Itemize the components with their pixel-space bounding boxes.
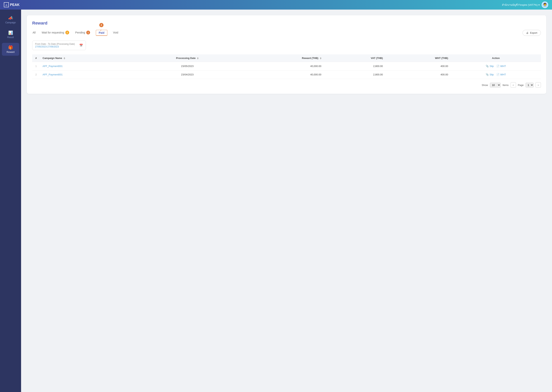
campaign-link[interactable]: AFF_Payment001 [43,73,63,76]
show-label: Show [482,84,488,86]
logo: △ PEAK [4,2,20,7]
col-vat-thb: VAT (THB) [324,54,386,62]
tab-wait-label: Wait for requesting [42,31,64,34]
page-select[interactable]: 1 2 3 [526,83,534,87]
slip-link[interactable]: 📎 Slip [486,65,494,68]
company-selector[interactable]: สำนักงานบัญชี Finspire (VAT7%) ▾ [502,3,540,7]
logo-text: PEAK [10,3,20,7]
sidebar-item-result[interactable]: 📊 Result [2,28,19,41]
col-num: # [32,54,40,62]
content-area: Reward All Wait for requesting 2 Pending… [21,10,552,392]
tab-void-label: Void [113,31,118,34]
tab-pending-label: Pending [75,31,85,34]
reward-icon: 🎁 [8,45,13,50]
tab-pending-badge: 1 [86,31,90,35]
cell-proc-date: 23/05/2023 [138,62,237,70]
cell-reward-thb: 40,000.00 [237,62,324,70]
topnav-right: สำนักงานบัญชี Finspire (VAT7%) ▾ 🧑‍💼 [502,1,548,8]
sidebar-item-reward[interactable]: 🎁 Reward [2,43,19,56]
col-wht-thb: WHT (THB) [386,54,451,62]
cell-num: 2 [32,70,40,79]
slip-icon: 📎 [486,65,489,68]
annotation-badge: 2 [99,23,103,27]
cell-vat-thb: 2,800.00 [324,62,386,70]
page-label: Page [518,84,524,86]
col-proc-date-label: Processing Date [176,57,196,60]
export-label: Export [530,31,537,34]
main-card: Reward All Wait for requesting 2 Pending… [27,15,546,94]
cell-action: 📎 Slip 📄 WHT [451,70,541,79]
table-header-row: # Campaign Name Processing Date [32,54,541,62]
reward-table: # Campaign Name Processing Date [32,54,541,79]
logo-box: △ [4,2,9,7]
table-row: 1 AFF_Payment001 23/05/2023 40,000.00 2,… [32,62,541,70]
col-campaign-name-label: Campaign Name [43,57,62,60]
calendar-icon: 📅 [79,44,83,47]
sidebar: 📣 Campaign 📊 Result 🎁 Reward [0,10,21,392]
page-title: Reward [32,21,541,26]
next-page-button[interactable]: › [536,82,541,88]
campaign-icon: 📣 [8,16,13,20]
col-reward-label: Reward (THB) [302,57,318,60]
avatar[interactable]: 🧑‍💼 [542,1,548,8]
cell-campaign-name[interactable]: AFF_Payment001 [40,70,138,79]
export-area: 🖨 Export [523,30,541,36]
items-label: Items [502,84,509,86]
slip-icon: 📎 [486,73,489,76]
table-row: 2 AFF_Payment001 23/04/2023 40,000.00 2,… [32,70,541,79]
tab-all-label: All [33,31,36,34]
proc-date-sort-icon[interactable] [197,57,199,59]
tab-pending[interactable]: Pending 1 [75,29,90,36]
campaign-sort-icon[interactable] [64,57,65,59]
sidebar-item-label: Reward [7,51,14,53]
date-filter-value: 27/05/2023-27/06/2023 [35,45,75,48]
cell-campaign-name[interactable]: AFF_Payment001 [40,62,138,70]
tab-paid-wrapper: 2 ↓ Paid [96,30,107,36]
sidebar-item-campaign[interactable]: 📣 Campaign [2,14,19,26]
wht-link[interactable]: 📄 WHT [496,73,506,76]
cell-wht-thb: 400.00 [386,70,451,79]
cell-proc-date: 23/04/2023 [138,70,237,79]
sidebar-item-label: Result [7,36,14,39]
tab-all[interactable]: All [32,30,36,35]
col-proc-date: Processing Date [138,54,237,62]
topnav: △ PEAK สำนักงานบัญชี Finspire (VAT7%) ▾ … [0,0,552,10]
tab-wait-for-requesting[interactable]: Wait for requesting 2 [41,29,70,36]
date-filter[interactable]: From Date - To Date (Processing Date) 27… [32,41,86,50]
sidebar-item-label: Campaign [5,21,16,24]
cell-action: 📎 Slip 📄 WHT [451,62,541,70]
show-select[interactable]: 10 25 50 100 [490,83,501,87]
tab-wait-badge: 2 [65,31,69,35]
tab-void[interactable]: Void [113,30,119,35]
col-action: Action [451,54,541,62]
pagination-row: Show 10 25 50 100 Items ‹ Page 1 2 3 › [32,82,541,88]
col-reward-thb: Reward (THB) [237,54,324,62]
reward-sort-icon[interactable] [320,57,321,59]
cell-wht-thb: 400.00 [386,62,451,70]
cell-vat-thb: 2,800.00 [324,70,386,79]
cell-num: 1 [32,62,40,70]
wht-link[interactable]: 📄 WHT [496,65,506,68]
export-button[interactable]: 🖨 Export [523,30,541,36]
main-layout: 📣 Campaign 📊 Result 🎁 Reward Reward All [0,10,552,392]
chevron-down-icon: ▾ [538,3,540,6]
wht-icon: 📄 [496,73,500,76]
tabs-row: All Wait for requesting 2 Pending 1 2 ↓ [32,29,541,36]
export-icon: 🖨 [526,31,529,34]
result-icon: 📊 [8,30,13,35]
prev-page-button[interactable]: ‹ [511,82,516,88]
slip-link[interactable]: 📎 Slip [486,73,494,76]
cell-reward-thb: 40,000.00 [237,70,324,79]
campaign-link[interactable]: AFF_Payment001 [43,65,63,68]
date-filter-label: From Date - To Date (Processing Date) [35,43,75,45]
col-campaign-name: Campaign Name [40,54,138,62]
wht-icon: 📄 [496,65,500,68]
